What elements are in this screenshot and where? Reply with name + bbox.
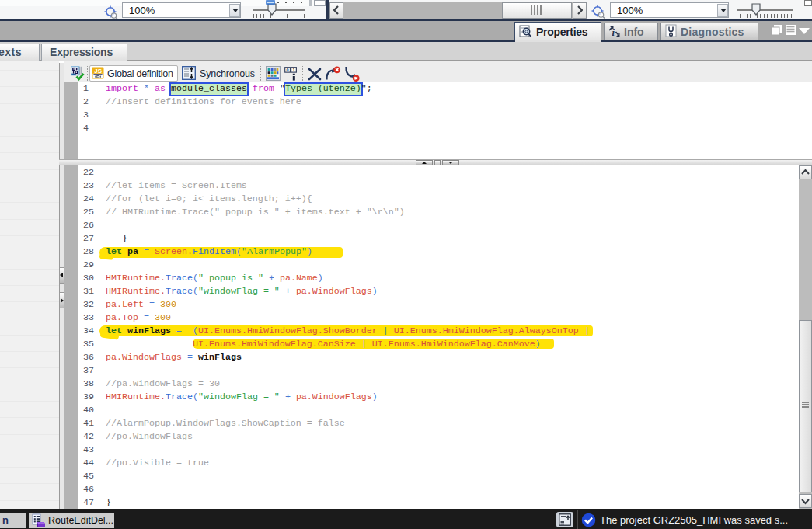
svg-text:0: 0 — [287, 68, 289, 72]
svg-text:1: 1 — [292, 68, 294, 72]
svg-text:i: i — [612, 26, 615, 38]
svg-text:JS: JS — [94, 68, 102, 75]
